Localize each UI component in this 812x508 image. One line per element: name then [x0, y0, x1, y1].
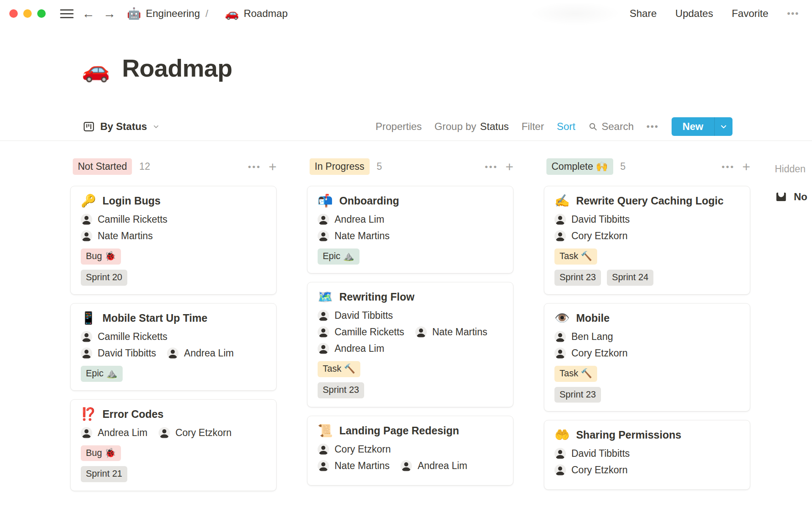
person-andrea-lim: Andrea Lim [318, 343, 384, 354]
person-name: Andrea Lim [184, 348, 234, 359]
board: Not Started12•••+🔑Login BugsCamille Rick… [0, 159, 812, 500]
person-row: Nate Martins [81, 230, 266, 242]
tag-bug: Bug 🐞 [81, 248, 121, 265]
card-title: 📜Landing Page Redesign [318, 425, 503, 437]
hidden-group-label: No [794, 191, 807, 203]
tag-sprint-21: Sprint 21 [81, 466, 127, 482]
more-options-icon[interactable]: ••• [787, 8, 799, 19]
column-add-icon[interactable]: + [505, 160, 513, 174]
filter-button[interactable]: Filter [521, 121, 544, 133]
column-complete: Complete 🙌5•••+✍️Rewrite Query Caching L… [544, 159, 750, 500]
sort-button[interactable]: Sort [557, 121, 575, 133]
column-not-started: Not Started12•••+🔑Login BugsCamille Rick… [70, 159, 277, 500]
avatar [554, 464, 566, 476]
tag-task: Task 🔨 [554, 248, 597, 265]
tag-sprint-23: Sprint 23 [318, 382, 364, 398]
exclamation-question-icon: ⁉️ [81, 408, 96, 420]
mailbox-icon: 📬 [318, 195, 333, 207]
share-button[interactable]: Share [630, 8, 657, 19]
card-title-text: Mobile Start Up Time [102, 312, 207, 324]
group-by-button[interactable]: Group by Status [434, 121, 509, 133]
mobile-phone-icon: 📱 [81, 312, 96, 324]
breadcrumb-roadmap[interactable]: 🚗 Roadmap [225, 8, 288, 19]
avatar [81, 331, 92, 342]
person-david-tibbitts: David Tibbitts [318, 310, 393, 321]
person-name: Andrea Lim [417, 460, 467, 472]
updates-button[interactable]: Updates [675, 8, 713, 19]
person-name: Camille Ricketts [335, 326, 404, 338]
column-more-icon[interactable]: ••• [248, 162, 261, 172]
breadcrumb-separator: / [206, 8, 208, 19]
view-tab-by-status[interactable]: By Status [82, 120, 160, 133]
hidden-label[interactable]: Hidden [775, 161, 812, 177]
avatar [81, 348, 92, 359]
new-dropdown-button[interactable] [714, 117, 732, 136]
person-row: Cory Etzkorn [554, 348, 740, 359]
close-window-button[interactable] [9, 9, 18, 18]
person-name: Andrea Lim [98, 427, 148, 439]
person-camille-ricketts: Camille Ricketts [81, 331, 167, 342]
column-more-icon[interactable]: ••• [721, 162, 735, 172]
minimize-window-button[interactable] [23, 9, 32, 18]
column-status-badge[interactable]: Not Started [73, 158, 132, 175]
writing-hand-icon: ✍️ [554, 195, 570, 207]
column-header: In Progress5•••+ [307, 159, 513, 175]
tag-row: Task 🔨 [318, 361, 503, 377]
sidebar-menu-icon[interactable] [60, 7, 74, 21]
board-view-icon [82, 120, 95, 133]
column-add-icon[interactable]: + [269, 160, 277, 174]
toolbar-more-icon[interactable]: ••• [647, 121, 659, 132]
world-map-icon: 🗺️ [318, 291, 333, 303]
person-name: Nate Martins [335, 460, 390, 472]
toolbar-divider [0, 141, 812, 141]
person-name: Camille Ricketts [98, 331, 167, 342]
open-hands-icon: 🤲 [554, 429, 570, 441]
card-onboarding[interactable]: 📬OnboardingAndrea LimNate MartinsEpic ⛰️ [307, 186, 513, 273]
avatar [554, 348, 566, 359]
group-by-value: Status [480, 121, 509, 133]
column-status-badge[interactable]: Complete 🙌 [546, 158, 613, 175]
card-error-codes[interactable]: ⁉️Error CodesAndrea LimCory EtzkornBug 🐞… [70, 399, 277, 491]
column-more-icon[interactable]: ••• [485, 162, 498, 172]
page-title[interactable]: Roadmap [122, 54, 232, 83]
tag-sprint-23: Sprint 23 [554, 270, 601, 286]
breadcrumb-label: Roadmap [244, 8, 288, 19]
card-login-bugs[interactable]: 🔑Login BugsCamille RickettsNate MartinsB… [70, 186, 277, 295]
tag-row: Task 🔨 [554, 366, 740, 382]
tag-sprint-23: Sprint 23 [554, 387, 601, 403]
back-icon[interactable]: ← [82, 7, 95, 20]
person-name: Nate Martins [432, 326, 487, 338]
zoom-window-button[interactable] [37, 9, 46, 18]
card-landing-page-redesign[interactable]: 📜Landing Page RedesignCory EtzkornNate M… [307, 416, 513, 486]
person-row: Nate Martins [318, 230, 503, 242]
properties-button[interactable]: Properties [376, 121, 422, 133]
inbox-tray-icon [775, 190, 787, 203]
person-row: Cory Etzkorn [554, 230, 740, 242]
avatar [318, 326, 329, 338]
avatar [554, 448, 566, 459]
card-mobile[interactable]: 👁️MobileBen LangCory EtzkornTask 🔨Sprint… [544, 303, 750, 412]
person-row: Camille Ricketts [81, 214, 266, 225]
column-add-icon[interactable]: + [742, 160, 750, 174]
card-sharing-permissions[interactable]: 🤲Sharing PermissionsDavid TibbittsCory E… [544, 420, 750, 490]
hidden-group-no-status[interactable]: No [775, 190, 812, 203]
avatar [167, 348, 178, 359]
card-title-text: Mobile [576, 312, 609, 324]
card-rewriting-flow[interactable]: 🗺️Rewriting FlowDavid TibbittsCamille Ri… [307, 282, 513, 407]
avatar [415, 326, 427, 338]
titlebar-actions: Share Updates Favorite ••• [630, 8, 812, 19]
hidden-column: Hidden No [775, 161, 812, 203]
tag-task: Task 🔨 [318, 361, 360, 377]
favorite-button[interactable]: Favorite [732, 8, 768, 19]
new-button[interactable]: New [672, 117, 714, 136]
person-andrea-lim: Andrea Lim [81, 427, 148, 439]
search-button[interactable]: Search [588, 121, 634, 133]
card-mobile-start-up-time[interactable]: 📱Mobile Start Up TimeCamille RickettsDav… [70, 303, 277, 391]
page-icon-car[interactable]: 🚗 [82, 57, 110, 82]
card-rewrite-query-caching-logic[interactable]: ✍️Rewrite Query Caching LogicDavid Tibbi… [544, 186, 750, 295]
forward-icon[interactable]: → [103, 7, 116, 20]
column-status-badge[interactable]: In Progress [310, 158, 370, 175]
avatar [318, 214, 329, 225]
breadcrumb-engineering[interactable]: 🤖 Engineering [127, 8, 200, 19]
person-name: Cory Etzkorn [335, 444, 391, 455]
